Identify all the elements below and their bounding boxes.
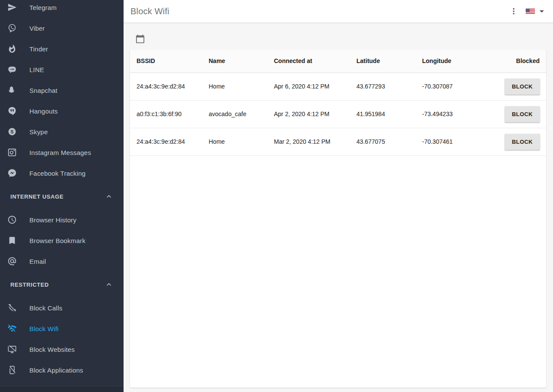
sidebar-item-label: Block Wifi <box>29 325 59 332</box>
sidebar-item-label: Email <box>29 258 46 265</box>
sidebar-item-label: Block Websites <box>29 346 75 353</box>
app-root: Telegram Viber Tinder LINE LINE <box>0 0 553 392</box>
sidebar-item-block-wifi[interactable]: Block Wifi <box>0 318 124 339</box>
cell-connected-at: Apr 6, 2020 4:12 PM <box>267 73 350 100</box>
sidebar-item-browser-history[interactable]: Browser History <box>0 209 124 230</box>
viber-icon <box>7 23 17 33</box>
cell-name: avocado_cafe <box>202 100 267 128</box>
column-header-name: Name <box>202 50 267 73</box>
svg-text:LINE: LINE <box>10 68 14 70</box>
table-row: 24:a4:3c:9e:d2:84 Home Apr 6, 2020 4:12 … <box>130 73 546 100</box>
cell-name: Home <box>202 73 267 100</box>
chevron-up-icon <box>105 280 113 289</box>
sidebar-item-skype[interactable]: S Skype <box>0 121 124 142</box>
kebab-menu-icon <box>509 6 519 16</box>
sidebar-item-viber[interactable]: Viber <box>0 18 124 38</box>
bookmark-icon <box>7 235 17 246</box>
cell-connected-at: Apr 2, 2020 4:12 PM <box>267 100 350 128</box>
email-at-icon <box>7 256 17 266</box>
table-row: a0:f3:c1:3b:6f:90 avocado_cafe Apr 2, 20… <box>130 100 546 128</box>
sidebar-item-block-calls[interactable]: Block Calls <box>0 297 124 318</box>
sidebar-footer-divider <box>0 386 124 392</box>
sidebar-item-label: Telegram <box>29 4 57 11</box>
block-button[interactable]: BLOCK <box>505 106 540 122</box>
sidebar-item-snapchat[interactable]: Snapchat <box>0 80 124 101</box>
wifi-table: BSSID Name Connected at Latitude Longitu… <box>130 50 546 156</box>
content-area: BSSID Name Connected at Latitude Longitu… <box>124 23 553 392</box>
block-button[interactable]: BLOCK <box>505 134 540 150</box>
main-area: Block Wifi <box>124 0 553 392</box>
cell-blocked: BLOCK <box>481 73 546 100</box>
sidebar-item-hangouts[interactable]: Hangouts <box>0 101 124 121</box>
topbar-actions <box>509 6 544 16</box>
cell-blocked: BLOCK <box>481 100 546 128</box>
skype-icon: S <box>7 126 17 137</box>
snapchat-icon <box>7 85 17 95</box>
sidebar-item-tinder[interactable]: Tinder <box>0 38 124 59</box>
table-header-row: BSSID Name Connected at Latitude Longitu… <box>130 50 546 73</box>
cell-bssid: 24:a4:3c:9e:d2:84 <box>130 73 202 100</box>
block-button[interactable]: BLOCK <box>505 79 540 95</box>
table-row: 24:a4:3c:9e:d2:84 Home Mar 2, 2020 4:12 … <box>130 128 546 155</box>
sidebar-item-line[interactable]: LINE LINE <box>0 59 124 80</box>
sidebar-item-block-applications[interactable]: Block Applications <box>0 360 124 380</box>
facebook-messenger-icon <box>7 168 17 178</box>
sidebar-section-internet-usage[interactable]: INTERNET USAGE <box>0 186 124 207</box>
cell-latitude: 43.677293 <box>350 73 416 100</box>
us-flag-icon <box>526 9 535 14</box>
sidebar-item-label: Tinder <box>29 45 48 53</box>
sidebar-item-label: Hangouts <box>29 107 58 115</box>
sidebar-nav: Telegram Viber Tinder LINE LINE <box>0 0 124 380</box>
clock-icon <box>7 215 17 225</box>
sidebar-item-instagram-messages[interactable]: Instagram Messages <box>0 142 124 163</box>
sidebar-item-label: Viber <box>29 25 45 32</box>
cell-blocked: BLOCK <box>481 128 546 155</box>
sidebar-item-label: LINE <box>29 66 44 73</box>
tinder-icon <box>7 44 17 54</box>
instagram-icon <box>7 147 17 158</box>
calendar-icon <box>135 34 145 44</box>
column-header-longitude: Longitude <box>416 50 481 73</box>
sidebar: Telegram Viber Tinder LINE LINE <box>0 0 124 392</box>
wifi-table-card: BSSID Name Connected at Latitude Longitu… <box>130 50 546 388</box>
cell-longitude: -70.307461 <box>416 128 481 155</box>
column-header-latitude: Latitude <box>350 50 416 73</box>
more-options-button[interactable] <box>509 6 519 16</box>
cell-latitude: 41.951984 <box>350 100 416 128</box>
sidebar-item-label: Block Applications <box>29 367 83 374</box>
sidebar-item-block-websites[interactable]: Block Websites <box>0 339 124 360</box>
line-icon: LINE <box>7 64 17 75</box>
sidebar-item-label: Browser Bookmark <box>29 237 86 244</box>
section-title: RESTRICTED <box>10 281 49 288</box>
sidebar-item-label: Facebook Tracking <box>29 170 86 177</box>
svg-text:S: S <box>10 129 13 134</box>
section-title: INTERNET USAGE <box>10 193 64 200</box>
sidebar-section-restricted[interactable]: RESTRICTED <box>0 274 124 295</box>
cell-bssid: a0:f3:c1:3b:6f:90 <box>130 100 202 128</box>
sidebar-item-label: Instagram Messages <box>29 149 91 156</box>
column-header-blocked: Blocked <box>481 50 546 73</box>
sidebar-item-facebook-tracking[interactable]: Facebook Tracking <box>0 163 124 183</box>
sidebar-item-label: Skype <box>29 128 48 136</box>
language-selector[interactable] <box>526 9 544 14</box>
sidebar-item-label: Block Calls <box>29 304 62 312</box>
phone-off-icon <box>7 303 17 313</box>
cell-longitude: -70.307087 <box>416 73 481 100</box>
cell-bssid: 24:a4:3c:9e:d2:84 <box>130 128 202 155</box>
mobile-off-icon <box>7 365 17 375</box>
content-toolbar <box>124 23 553 50</box>
hangouts-icon <box>7 106 17 116</box>
monitor-off-icon <box>7 344 17 354</box>
date-filter-button[interactable] <box>135 34 145 44</box>
sidebar-item-label: Browser History <box>29 216 76 224</box>
chevron-down-icon <box>540 10 544 13</box>
topbar: Block Wifi <box>124 0 553 23</box>
chevron-up-icon <box>105 192 113 201</box>
sidebar-item-browser-bookmark[interactable]: Browser Bookmark <box>0 230 124 251</box>
column-header-bssid: BSSID <box>130 50 202 73</box>
telegram-icon <box>7 2 17 13</box>
sidebar-item-email[interactable]: Email <box>0 251 124 272</box>
cell-name: Home <box>202 128 267 155</box>
sidebar-item-telegram[interactable]: Telegram <box>0 0 124 18</box>
cell-longitude: -73.494233 <box>416 100 481 128</box>
